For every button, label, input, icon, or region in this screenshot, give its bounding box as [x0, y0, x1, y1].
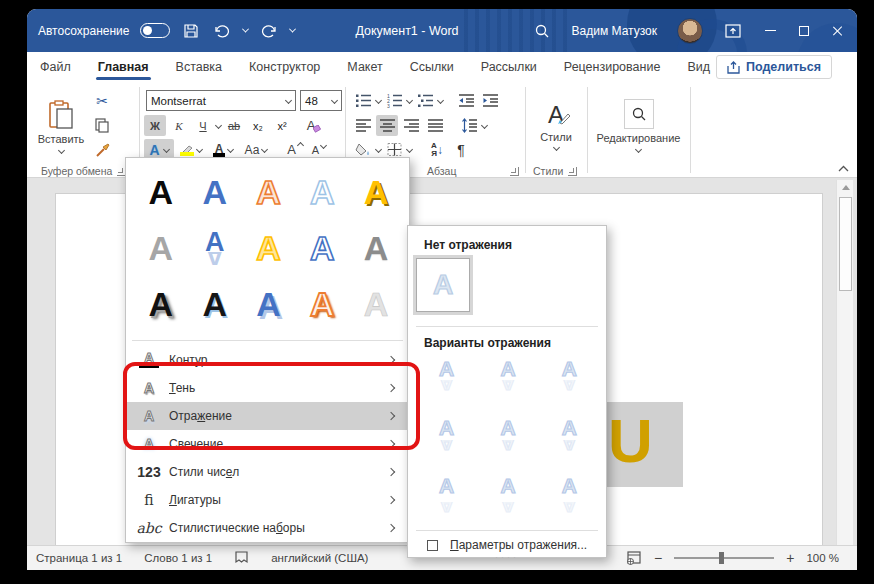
menu-item-reflection[interactable]: А Отражение	[127, 402, 408, 430]
menu-item-glow[interactable]: А Свечение	[127, 430, 408, 458]
line-spacing-dropdown-icon[interactable]	[481, 122, 488, 129]
undo-dropdown-icon[interactable]	[242, 26, 249, 33]
autosave-toggle[interactable]	[140, 23, 170, 38]
editing-button[interactable]: Редактирование	[587, 86, 690, 164]
text-effect-style-12[interactable]: A	[188, 276, 242, 332]
text-effect-style-4[interactable]: A	[295, 164, 349, 220]
font-size-select[interactable]: 48	[300, 90, 342, 111]
reflection-variant-2[interactable]: AA	[477, 352, 538, 411]
scrollbar-thumb[interactable]	[839, 197, 852, 291]
reflection-variant-3[interactable]: AA	[539, 352, 600, 411]
subscript-button[interactable]: x₂	[247, 115, 269, 136]
align-left-button[interactable]	[352, 115, 374, 136]
menu-item-number-styles[interactable]: 123 Стили чисел	[127, 458, 408, 486]
maximize-button[interactable]	[797, 24, 811, 38]
styles-dialog-launcher[interactable]	[568, 167, 577, 176]
text-effect-style-5[interactable]: A	[349, 164, 403, 220]
redo-icon[interactable]	[259, 19, 279, 43]
zoom-in-button[interactable]: +	[786, 550, 794, 566]
close-button[interactable]	[831, 24, 845, 38]
clear-formatting-button[interactable]: А	[303, 115, 325, 136]
cut-button[interactable]: ✂	[91, 90, 113, 111]
zoom-slider-thumb[interactable]	[719, 552, 724, 564]
text-effect-style-15[interactable]: A	[349, 276, 403, 332]
format-painter-button[interactable]	[91, 140, 113, 161]
text-effect-style-13[interactable]: A	[242, 276, 296, 332]
paragraph-dialog-launcher[interactable]	[510, 167, 519, 176]
text-effect-style-14[interactable]: A	[295, 276, 349, 332]
reflection-variant-9[interactable]: AA	[539, 469, 600, 528]
zoom-slider[interactable]	[674, 557, 774, 559]
tab-insert[interactable]: Вставка	[174, 52, 224, 82]
save-icon[interactable]	[181, 19, 201, 43]
align-right-button[interactable]	[400, 115, 422, 136]
tab-mailings[interactable]: Рассылки	[479, 52, 539, 82]
line-spacing-button[interactable]	[458, 115, 480, 136]
text-effect-style-6[interactable]: A	[134, 220, 188, 276]
multilevel-list-button[interactable]	[414, 90, 436, 111]
menu-item-outline[interactable]: А Контур	[127, 346, 408, 374]
language-indicator[interactable]: английский (США)	[271, 552, 368, 564]
tab-file[interactable]: Файл	[38, 52, 73, 82]
bullets-button[interactable]	[352, 90, 374, 111]
text-effect-style-2[interactable]: A	[188, 164, 242, 220]
search-icon[interactable]	[532, 19, 552, 43]
underline-button[interactable]: Ч	[192, 115, 214, 136]
share-button[interactable]: Поделиться	[716, 55, 832, 79]
zoom-out-button[interactable]: −	[654, 550, 662, 566]
underline-dropdown-icon[interactable]	[215, 122, 222, 129]
font-name-select[interactable]: Montserrat	[146, 90, 296, 111]
reflection-variant-5[interactable]: AA	[477, 411, 538, 470]
increase-indent-button[interactable]	[479, 90, 501, 111]
tab-references[interactable]: Ссылки	[408, 52, 456, 82]
text-effect-style-7[interactable]: AA	[188, 220, 242, 276]
collapse-ribbon-button[interactable]	[835, 162, 851, 174]
tab-review[interactable]: Рецензирование	[562, 52, 663, 82]
reflection-variant-1[interactable]: AA	[416, 352, 477, 411]
undo-icon[interactable]	[212, 19, 232, 43]
decrease-indent-button[interactable]	[455, 90, 477, 111]
paste-button[interactable]: Вставить	[35, 90, 87, 162]
ribbon-display-options-icon[interactable]	[723, 19, 743, 43]
sort-button[interactable]: АЯ ↓	[426, 139, 448, 160]
tab-view[interactable]: Вид	[685, 52, 712, 82]
tab-layout[interactable]: Макет	[345, 52, 384, 82]
minimize-button[interactable]	[763, 24, 777, 38]
copy-button[interactable]	[91, 115, 113, 136]
reflection-variant-4[interactable]: AA	[416, 411, 477, 470]
customize-quick-access-icon[interactable]	[289, 26, 296, 33]
scroll-up-button[interactable]	[838, 180, 853, 195]
shading-dropdown-icon[interactable]	[375, 146, 382, 153]
justify-button[interactable]	[424, 115, 446, 136]
text-effect-style-11[interactable]: A	[134, 276, 188, 332]
borders-dropdown-icon[interactable]	[406, 146, 413, 153]
web-layout-icon[interactable]	[626, 551, 642, 565]
text-effect-style-1[interactable]: A	[134, 164, 188, 220]
superscript-button[interactable]: x²	[271, 115, 293, 136]
text-effect-style-9[interactable]: A	[295, 220, 349, 276]
align-center-button[interactable]	[376, 115, 398, 136]
multilevel-dropdown-icon[interactable]	[437, 97, 444, 104]
user-avatar[interactable]	[677, 18, 703, 44]
numbering-button[interactable]: 123	[383, 90, 405, 111]
no-reflection-option[interactable]: A	[416, 258, 470, 312]
page-count[interactable]: Страница 1 из 1	[36, 552, 122, 564]
italic-button[interactable]: К	[168, 115, 190, 136]
reflection-variant-6[interactable]: AA	[539, 411, 600, 470]
reflection-variant-8[interactable]: AA	[477, 469, 538, 528]
proofing-icon[interactable]	[234, 551, 249, 565]
menu-item-stylistic-sets[interactable]: abc Стилистические наборы	[127, 514, 408, 542]
vertical-scrollbar[interactable]	[836, 180, 853, 545]
tab-design[interactable]: Конструктор	[247, 52, 322, 82]
reflection-variant-7[interactable]: AA	[416, 469, 477, 528]
text-effect-style-3[interactable]: A	[242, 164, 296, 220]
menu-item-ligatures[interactable]: fi Лигатуры	[127, 486, 408, 514]
text-effect-style-8[interactable]: A	[242, 220, 296, 276]
styles-gallery-button[interactable]: А Стили	[525, 86, 587, 164]
tab-home[interactable]: Главная	[96, 52, 151, 82]
pilcrow-button[interactable]: ¶	[450, 139, 472, 160]
menu-item-shadow[interactable]: А Тень	[127, 374, 408, 402]
text-effect-style-10[interactable]: A	[349, 220, 403, 276]
numbering-dropdown-icon[interactable]	[406, 97, 413, 104]
bold-button[interactable]: Ж	[144, 115, 166, 136]
